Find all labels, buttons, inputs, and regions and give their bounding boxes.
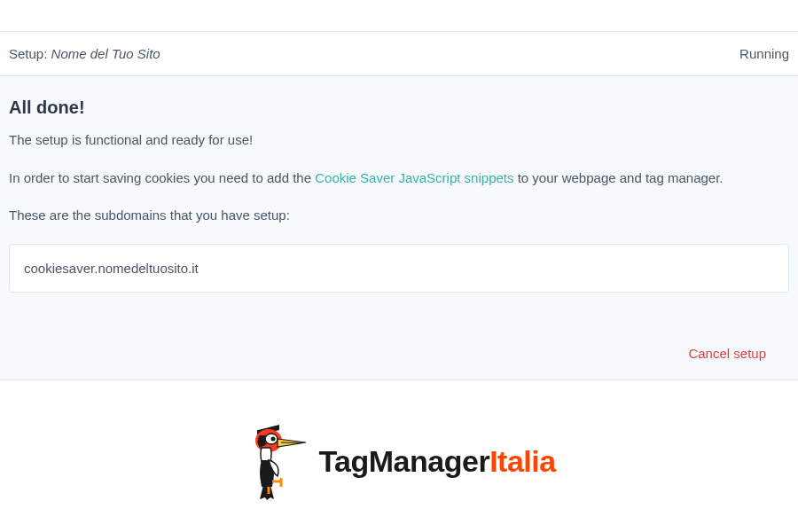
site-name: Nome del Tuo Sito <box>51 46 160 61</box>
subdomain-value: cookiesaver.nomedeltuosito.it <box>24 261 199 276</box>
snippet-suffix: to your webpage and tag manager. <box>514 170 724 185</box>
logo-text: TagManagerItalia <box>318 444 555 479</box>
page-title: All done! <box>9 98 789 118</box>
setup-title: Setup: Nome del Tuo Sito <box>9 46 160 61</box>
snippet-instruction-text: In order to start saving cookies you nee… <box>9 168 789 189</box>
logo-text-black: TagManager <box>318 444 489 478</box>
setup-header-row: Setup: Nome del Tuo Sito Running <box>0 32 798 76</box>
top-spacer <box>0 0 798 32</box>
subdomain-box: cookiesaver.nomedeltuosito.it <box>9 244 789 293</box>
setup-label: Setup: <box>9 46 51 61</box>
setup-functional-text: The setup is functional and ready for us… <box>9 130 789 151</box>
cancel-setup-button[interactable]: Cancel setup <box>688 346 766 361</box>
logo-wrapper: TagManagerItalia <box>242 418 555 505</box>
content-area: All done! The setup is functional and re… <box>0 76 798 380</box>
logo-area: TagManagerItalia <box>0 380 798 505</box>
cancel-row: Cancel setup <box>9 346 789 362</box>
status-text: Running <box>739 46 789 61</box>
svg-point-5 <box>271 436 276 441</box>
subdomains-label: These are the subdomains that you have s… <box>9 206 789 226</box>
svg-line-7 <box>281 442 302 443</box>
snippets-link[interactable]: Cookie Saver JavaScript snippets <box>315 170 513 185</box>
woodpecker-icon <box>242 418 313 505</box>
snippet-prefix: In order to start saving cookies you nee… <box>9 170 315 185</box>
logo-text-orange: Italia <box>489 444 555 478</box>
